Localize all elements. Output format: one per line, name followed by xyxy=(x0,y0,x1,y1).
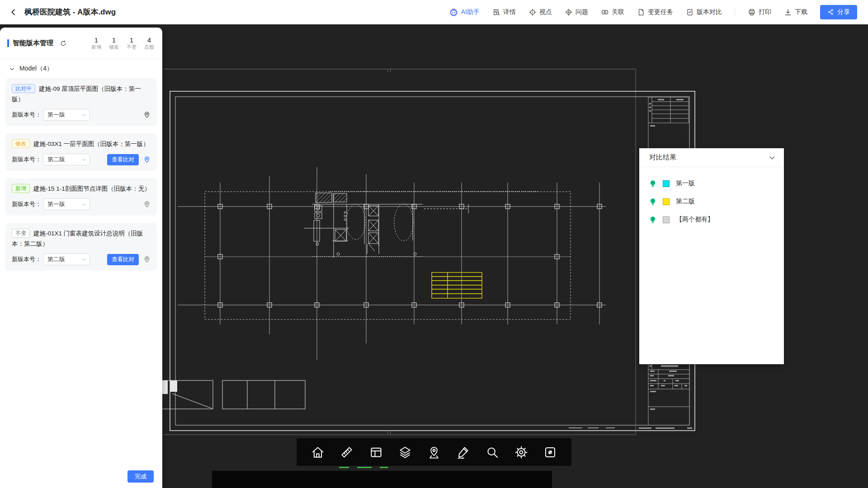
panel-header: 智能版本管理 1 新增 1 修改 1 不变 xyxy=(0,28,162,59)
building-core xyxy=(304,193,468,258)
drawing-card[interactable]: 不变建施-01X1 门窗表建筑设计总说明（旧版本：第二版） 新版本号： 第二版 … xyxy=(5,223,157,271)
issue-label: 问题 xyxy=(576,8,588,16)
annotate-pen-icon xyxy=(456,446,470,459)
link-icon xyxy=(601,8,609,16)
layout-button[interactable] xyxy=(367,443,386,462)
link-button[interactable]: 关联 xyxy=(601,8,624,16)
viewpoint-button[interactable]: 视点 xyxy=(528,8,552,16)
bottom-panel-strip xyxy=(212,471,552,488)
change-task-label: 变更任务 xyxy=(648,8,673,16)
version-compare-label: 版本对比 xyxy=(697,8,722,16)
detail-drawings xyxy=(159,380,305,409)
document-title: 枫桥医院建筑 - A版本.dwg xyxy=(24,7,116,17)
locate-pin-button[interactable] xyxy=(143,201,151,208)
drawing-card-list: 比对中建施-09 屋顶层平面图（旧版本：第一版） 新版本号： 第一版 修改建施-… xyxy=(0,78,162,271)
chevron-down-icon xyxy=(769,154,776,161)
version-select-value: 第一版 xyxy=(47,111,81,119)
compare-legend-list: 第一版 第二版 【两个都有】 xyxy=(639,167,784,229)
compare-result-panel: 对比结果 第一版 第二版 xyxy=(639,148,784,364)
chevron-down-icon xyxy=(9,66,15,72)
locate-button[interactable] xyxy=(425,443,443,462)
settings-gear-icon xyxy=(514,446,528,459)
modified-highlight-table xyxy=(432,272,482,298)
share-button[interactable]: 分享 xyxy=(820,5,857,19)
status-badge: 不变 xyxy=(12,229,30,238)
change-task-button[interactable]: 变更任务 xyxy=(637,8,673,16)
ai-assistant-button[interactable]: AI助手 xyxy=(449,7,480,17)
stat-total: 4 总数 xyxy=(143,36,155,51)
settings-button[interactable] xyxy=(512,443,531,462)
stat-modified: 1 修改 xyxy=(108,36,120,51)
chevron-down-icon xyxy=(81,157,86,162)
locate-pin-icon xyxy=(143,256,151,263)
legend-item-version2[interactable]: 第二版 xyxy=(639,192,784,211)
download-button[interactable]: 下载 xyxy=(784,8,807,16)
canvas-artifact xyxy=(357,467,372,468)
drawing-card[interactable]: 新增建施-15 1-1剖面图节点详图（旧版本：无） 新版本号： 第一版 xyxy=(5,178,157,216)
bulb-icon xyxy=(649,198,656,206)
fullscreen-icon xyxy=(543,446,557,459)
drawing-card[interactable]: 比对中建施-09 屋顶层平面图（旧版本：第一版） 新版本号： 第一版 xyxy=(5,78,157,126)
legend-item-version1[interactable]: 第一版 xyxy=(639,174,784,192)
color-swatch-both xyxy=(663,216,670,223)
bulb-icon xyxy=(649,216,656,224)
view-compare-button[interactable]: 查看比对 xyxy=(107,254,139,265)
stat-added: 1 新增 xyxy=(90,36,102,51)
version-select[interactable]: 第二版 xyxy=(43,154,90,165)
paper-edge-lines xyxy=(164,69,636,435)
view-compare-button[interactable]: 查看比对 xyxy=(107,154,139,165)
version-select-value: 第二版 xyxy=(47,255,81,263)
annotate-button[interactable] xyxy=(453,443,472,462)
color-swatch-version2 xyxy=(663,198,670,205)
measure-ruler-icon xyxy=(340,446,354,459)
status-badge: 新增 xyxy=(12,184,30,193)
collapse-button[interactable] xyxy=(769,154,776,161)
topbar-separator xyxy=(735,8,735,16)
color-swatch-version1 xyxy=(663,180,670,187)
stat-unchanged: 1 不变 xyxy=(126,36,137,51)
detail-button[interactable]: 详情 xyxy=(492,8,516,16)
layers-button[interactable] xyxy=(396,443,415,462)
locate-pin-button[interactable] xyxy=(143,256,151,263)
version-compare-button[interactable]: 版本对比 xyxy=(686,8,722,16)
print-button[interactable]: 打印 xyxy=(748,8,771,16)
done-button[interactable]: 完成 xyxy=(127,470,154,483)
topbar-actions: AI助手 详情 视点 问题 xyxy=(449,5,857,19)
issue-button[interactable]: 问题 xyxy=(565,8,588,16)
panel-title: 智能版本管理 xyxy=(13,39,53,47)
version-label: 新版本号： xyxy=(12,200,41,208)
version-select-value: 第一版 xyxy=(47,200,81,208)
back-button[interactable] xyxy=(6,5,21,19)
legend-label: 第一版 xyxy=(676,179,695,188)
drawing-card[interactable]: 修改建施-03X1 一层平面图（旧版本：第一版） 新版本号： 第二版 查看比对 xyxy=(5,133,157,171)
printer-icon xyxy=(748,8,756,16)
card-title: 新增建施-15 1-1剖面图节点详图（旧版本：无） xyxy=(12,183,151,194)
top-bar: 枫桥医院建筑 - A版本.dwg AI助手 详情 xyxy=(0,0,868,24)
stat-unchanged-value: 1 xyxy=(126,36,137,44)
fullscreen-button[interactable] xyxy=(541,443,560,462)
version-select[interactable]: 第一版 xyxy=(43,109,90,121)
refresh-icon xyxy=(60,40,67,47)
model-section-toggle[interactable]: Model（4） xyxy=(0,59,162,78)
locate-pin-icon xyxy=(427,446,441,459)
version-select[interactable]: 第二版 xyxy=(43,253,90,265)
link-label: 关联 xyxy=(612,8,624,16)
refresh-button[interactable] xyxy=(60,40,67,47)
version-label: 新版本号： xyxy=(12,111,41,119)
version-select[interactable]: 第一版 xyxy=(43,198,90,210)
bulb-icon xyxy=(649,180,656,188)
locate-pin-button[interactable] xyxy=(143,111,151,118)
home-button[interactable] xyxy=(308,443,327,462)
search-button[interactable] xyxy=(483,443,502,462)
change-doc-icon xyxy=(637,8,645,16)
print-label: 打印 xyxy=(759,8,771,16)
measure-button[interactable] xyxy=(337,443,356,462)
locate-pin-button[interactable] xyxy=(143,156,151,163)
structural-grid xyxy=(178,167,606,360)
chevron-down-icon xyxy=(81,202,86,207)
stat-added-label: 新增 xyxy=(90,44,102,51)
version-select-value: 第二版 xyxy=(47,155,81,164)
legend-item-both[interactable]: 【两个都有】 xyxy=(639,211,784,229)
locate-pin-icon xyxy=(143,111,151,118)
download-label: 下载 xyxy=(795,8,807,16)
